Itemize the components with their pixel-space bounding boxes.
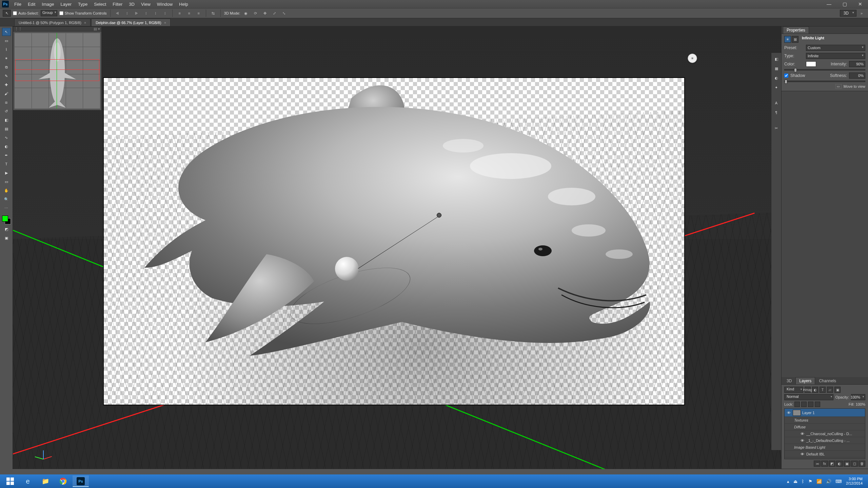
character-panel-icon[interactable]: A [772, 99, 781, 107]
menu-view[interactable]: View [138, 1, 153, 8]
lock-transparent-icon[interactable] [794, 402, 800, 407]
filter-smart-icon[interactable]: ▣ [834, 387, 841, 393]
move-to-view-label[interactable]: Move to view [844, 84, 865, 88]
softness-field[interactable]: 0% [849, 73, 865, 79]
softness-slider[interactable] [784, 81, 865, 82]
align-top-icon[interactable]: ⫶ [142, 9, 150, 17]
orbit-icon[interactable]: ◉ [242, 9, 250, 17]
lock-position-icon[interactable] [808, 402, 813, 407]
taskbar-chrome[interactable] [55, 475, 71, 487]
marquee-tool[interactable]: ▭ [2, 37, 11, 45]
healing-tool[interactable]: ✚ [2, 81, 11, 89]
filter-pixel-icon[interactable]: �image [805, 387, 811, 393]
start-button[interactable] [2, 475, 18, 487]
color-panel-icon[interactable]: ◧ [772, 55, 781, 63]
opacity-field[interactable]: 100% [851, 394, 865, 400]
tool-presets-icon[interactable]: ✂ [772, 124, 781, 132]
light-type-dropdown[interactable]: Infinite [806, 53, 865, 59]
auto-select-check[interactable]: Auto-Select: [13, 11, 39, 15]
eyedropper-tool[interactable]: ✎ [2, 72, 11, 80]
tray-network-icon[interactable]: 📶 [816, 479, 822, 484]
taskbar-explorer[interactable]: 📁 [37, 475, 54, 487]
preset-dropdown[interactable]: Custom [806, 45, 865, 51]
close-tab-icon[interactable]: × [164, 21, 166, 25]
auto-select-mode[interactable]: Group [41, 10, 57, 16]
pen-tool[interactable]: ✒ [2, 151, 11, 159]
secondary-view-frame[interactable] [15, 59, 99, 81]
light-indicator-icon[interactable]: ☀ [688, 54, 697, 63]
new-layer-icon[interactable]: ◻ [851, 461, 858, 467]
tray-action-center-icon[interactable]: ⚑ [808, 479, 812, 484]
panel-tab-layers[interactable]: Layers [795, 377, 815, 384]
taskbar-ie[interactable]: e [20, 475, 36, 487]
crop-tool[interactable]: ⧉ [2, 63, 11, 71]
menu-layer[interactable]: Layer [58, 1, 75, 8]
document-tab[interactable]: Untitled-1 @ 50% (Polygon 1, RGB/8)× [14, 19, 91, 26]
tray-up-icon[interactable]: ▴ [787, 479, 789, 484]
magic-wand-tool[interactable]: ✶ [2, 54, 11, 62]
menu-filter[interactable]: Filter [110, 1, 125, 8]
layer-subheading[interactable]: Textures [785, 417, 865, 424]
brush-tool[interactable]: 🖌 [2, 89, 11, 98]
menu-edit[interactable]: Edit [25, 1, 38, 8]
group-icon[interactable]: ▣ [844, 461, 850, 467]
history-brush-tool[interactable]: ↺ [2, 107, 11, 115]
light-icon[interactable]: ☀ [784, 36, 791, 43]
eraser-tool[interactable]: ◧ [2, 116, 11, 124]
roll-icon[interactable]: ⟳ [252, 9, 259, 17]
filter-adjust-icon[interactable]: ◐ [812, 387, 818, 393]
path-select-tool[interactable]: ▶ [2, 169, 11, 177]
tray-keyboard-icon[interactable]: ⌨ [835, 479, 842, 484]
taskbar-clock[interactable]: 3:00 PM 2/12/2014 [846, 477, 863, 486]
show-transform-check[interactable]: Show Transform Controls [59, 11, 107, 15]
distribute-icon[interactable]: ≡ [185, 9, 193, 17]
canvas-area[interactable]: ☀ ⋮⋮▤ ▾ [13, 26, 781, 469]
menu-select[interactable]: Select [91, 1, 109, 8]
adjustment-layer-icon[interactable]: ◐ [836, 461, 843, 467]
distribute-icon[interactable]: ≡ [176, 9, 183, 17]
align-vcenter-icon[interactable]: ⫶ [152, 9, 159, 17]
filter-kind-dropdown[interactable]: Kind [784, 387, 803, 393]
panel-menu-icon[interactable]: ▤ ▾ [94, 27, 100, 31]
intensity-slider[interactable] [784, 69, 865, 70]
filter-shape-icon[interactable]: ▱ [827, 387, 833, 393]
visibility-icon[interactable]: 👁 [786, 411, 791, 415]
visibility-icon[interactable]: 👁 [800, 439, 805, 443]
visibility-icon[interactable]: 👁 [800, 452, 805, 456]
blur-tool[interactable]: ∿ [2, 134, 11, 142]
move-tool[interactable]: ↖ [2, 28, 11, 36]
move-to-view-icon[interactable]: ▭ [835, 84, 842, 89]
swatches-panel-icon[interactable]: ▦ [772, 64, 781, 73]
paragraph-panel-icon[interactable]: ¶ [772, 108, 781, 117]
fill-field[interactable]: 100% [856, 402, 865, 406]
filter-type-icon[interactable]: T [820, 387, 826, 393]
align-bottom-icon[interactable]: ⫶ [161, 9, 169, 17]
tray-bluetooth-icon[interactable]: ᛒ [802, 479, 804, 484]
search-icon[interactable]: » [858, 9, 865, 17]
shadow-checkbox[interactable] [784, 74, 788, 78]
layer-name[interactable]: Layer 1 [802, 411, 815, 415]
layer-style-icon[interactable]: fx [821, 461, 828, 467]
edit-toolbar[interactable]: ⋯ [2, 204, 11, 212]
quickmask-icon[interactable]: ◩ [2, 225, 11, 233]
screen-mode-icon[interactable]: ▣ [2, 234, 11, 242]
styles-panel-icon[interactable]: ✦ [772, 83, 781, 92]
align-hcenter-icon[interactable]: ⫶ [123, 9, 131, 17]
link-layers-icon[interactable]: ⫘ [814, 461, 821, 467]
panel-tab-channels[interactable]: Channels [815, 377, 840, 384]
dodge-tool[interactable]: ◐ [2, 142, 11, 150]
maximize-button[interactable]: ▢ [837, 0, 852, 8]
document-tab[interactable]: Delphin.dae @ 66.7% (Layer 1, RGB/8)× [91, 19, 171, 26]
adjustments-panel-icon[interactable]: ◐ [772, 74, 781, 82]
layer-subheading[interactable]: Diffuse [785, 424, 865, 430]
tray-volume-icon[interactable]: 🔊 [826, 479, 831, 484]
light-color-swatch[interactable] [806, 61, 816, 67]
lasso-tool[interactable]: ⌇ [2, 45, 11, 54]
tray-safely-remove-icon[interactable]: ⏏ [793, 479, 797, 484]
texture-item[interactable]: 👁Default IBL [785, 451, 865, 458]
panel-tab-3d[interactable]: 3D [783, 377, 795, 384]
scale-icon[interactable]: ⤡ [280, 9, 288, 17]
workspace-switcher[interactable]: 3D [840, 10, 856, 17]
lock-all-icon[interactable] [815, 402, 820, 407]
properties-tab[interactable]: Properties [783, 26, 809, 34]
